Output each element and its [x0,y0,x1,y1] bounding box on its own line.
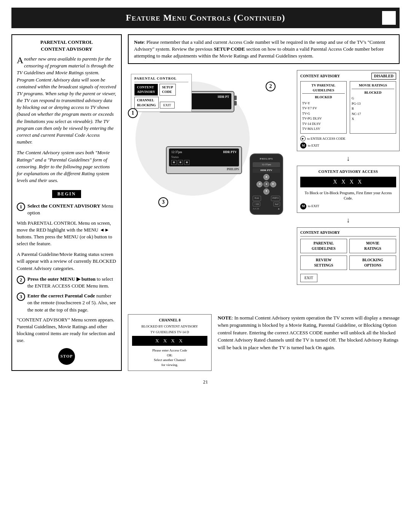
blocked-channel-title: CHANNEL 8 [132,318,207,323]
parental-control-menu: PARENTAL CONTROL CONTENTADVISORY SETUPCO… [131,74,192,112]
italic-paragraph: The Content Advisory system uses both "M… [17,149,116,184]
arrow-down-1: ↓ [297,155,400,162]
ca-access-code: X X X X [300,177,396,187]
pc-menu-title: PARENTAL CONTROL [134,76,188,82]
ca-menu-review-settings[interactable]: REVIEWSETTINGS [300,256,347,270]
begin-wrapper: BEGIN [17,188,116,200]
tv-parental-col: TV PARENTAL GUIDELINES BLOCKED TV-Y TV-Y… [300,81,347,134]
page-number: 21 [11,379,400,385]
blocked-guideline: TV GUIDELINES TV-14 D [132,330,207,335]
arrow-down-2: ↓ [297,217,400,224]
setup-code-ref: SETUP CODE [214,46,245,52]
note-box: Note: Please remember that a valid and c… [128,34,400,64]
section-title: PARENTAL CONTROL CONTENT ADVISORY [17,39,116,53]
header-box [382,11,396,25]
note-bold-start: NOTE [218,315,232,321]
access-exit-note: M to EXIT [300,203,396,209]
ca-two-col: TV PARENTAL GUIDELINES BLOCKED TV-Y TV-Y… [300,81,396,134]
step-2: 2 Press the outer MENU ▶ button to selec… [17,276,116,289]
page: Feature Menu Controls (Continued) PARENT… [0,0,411,532]
ca-menu-parental-guidelines[interactable]: PARENTALGUIDELINES [300,239,347,253]
blocked-note1: Please enter Access Code [132,348,207,353]
pc-setup-code: SETUPCODE [159,84,176,96]
step-2-number: 2 [17,276,25,284]
pc-menu-row1: CONTENTADVISORY SETUPCODE [134,84,188,96]
pc-content-advisory: CONTENTADVISORY [134,84,158,96]
diagram-step-2: 2 [266,81,276,91]
step-1: 1 Select the CONTENT ADVISORY Menu optio… [17,203,116,216]
diagram-center: PARENTAL CONTROL CONTENTADVISORY SETUPCO… [128,70,291,215]
ca-menu-screen: CONTENT ADVISORY PARENTALGUIDELINES MOVI… [297,227,400,285]
tv-hdrptv: 12:37pm HDR PTV Status ◉ ◉ ◉ PHILIPS [166,146,242,174]
step-3: 3 Enter the correct Parental Code number… [17,292,116,313]
step-3-detail: "CONTENT ADVISORY" Menu screen appears. … [17,316,116,344]
ca-menu-blocking-options[interactable]: BLOCKINGOPTIONS [349,256,396,270]
movie-ratings-items: G PG-13 R NC-17 X [352,96,394,122]
page-title: Feature Menu Controls (Continued) [126,11,285,24]
blocked-note4: for viewing. [132,363,207,367]
ca-disabled-badge: DISABLED [371,73,396,80]
tv-hdrptv-screen: 12:37pm HDR PTV Status ◉ ◉ ◉ [169,149,239,166]
page-header: Feature Menu Controls (Continued) [11,8,400,28]
ca-access-note: To Block or Un-Block Programs, First Ent… [300,190,396,201]
remote-display: 12:37pm [253,162,280,168]
step-2-content: Press the outer MENU ▶ button to select … [27,276,116,289]
blocked-note3: Select another Channel [132,358,207,363]
bottom-section: CHANNEL 8 BLOCKED BY CONTENT ADVISORY TV… [128,314,400,371]
diagram-step-3: 3 [158,197,168,207]
blocked-channel-screen: CHANNEL 8 BLOCKED BY CONTENT ADVISORY TV… [128,314,212,371]
pc-channel-blocking: CHANNELBLOCKING [134,97,159,109]
ca-menu-movie-ratings[interactable]: MOVIERATINGS [349,239,396,253]
remote-exit-btn[interactable]: Exit [253,196,261,201]
stop-icon-wrapper: STOP [17,348,116,365]
step-1-number: 1 [17,203,25,211]
blocked-code: X X X X [132,336,207,346]
step-3-content: Enter the correct Parental Code number o… [27,292,116,313]
ca-menu-title: CONTENT ADVISORY [300,230,396,236]
stop-circle: STOP [58,348,75,365]
pc-exit: EXIT [160,102,175,109]
ca-access-screen: CONTENT ADVISORY ACCESS X X X X To Block… [297,166,400,213]
note-label: Note [134,39,144,45]
step-1-detail: With PARENTAL CONTROL Menu on screen, mo… [17,220,116,248]
ca-disabled-screen: CONTENT ADVISORY DISABLED TV PARENTAL GU… [297,70,400,151]
remote-control: PHILIPS 12:37pm HDR PTV ▲ ◄ ● ► ▼ [250,153,283,215]
blocked-by: BLOCKED BY CONTENT ADVISORY [132,324,207,329]
main-layout: PARENTAL CONTROL CONTENT ADVISORY A noth… [11,34,400,371]
intro-paragraph: A nother new area available to parents f… [17,56,116,145]
remote-hdptv-label: HDR PTV [253,168,280,173]
diagram-row: PARENTAL CONTROL CONTENTADVISORY SETUPCO… [128,70,400,307]
begin-label: BEGIN [52,190,81,198]
exit-note: M to EXIT [300,142,396,149]
philips-brand: PHILIPS [169,167,239,171]
diagram-step-1: 1 [128,108,138,118]
step-3-number: 3 [17,292,25,301]
ca-access-title: CONTENT ADVISORY ACCESS [300,169,396,174]
left-column: PARENTAL CONTROL CONTENT ADVISORY A noth… [11,34,122,371]
blocked-note2: OR: [132,353,207,358]
ca-menu-exit[interactable]: EXIT [300,274,317,282]
step-1-detail2: A Parental Guideline/Movie Rating status… [17,251,116,272]
tv-side-buttons [234,96,237,105]
enter-access-note: ► to ENTER ACCESS CODE [300,136,396,141]
step-1-content: Select the CONTENT ADVISORY Menu option [27,203,116,216]
ca-disabled-header: CONTENT ADVISORY DISABLED [300,73,396,80]
bottom-note: NOTE: In normal Content Advisory system … [218,314,400,371]
right-diagrams: CONTENT ADVISORY DISABLED TV PARENTAL GU… [297,70,400,284]
status-text: Status [171,155,237,159]
tv-parental-items: TV-Y TV-Y7 FV TV-G TV-PG DLSV TV-14 DLSV… [302,101,345,132]
right-column: Note: Please remember that a valid and c… [128,34,400,371]
movie-ratings-col: MOVIE RATINGS BLOCKED G PG-13 R NC-17 X [350,81,396,134]
ca-menu-grid: PARENTALGUIDELINES MOVIERATINGS REVIEWSE… [300,239,396,270]
note-main-text: : In normal Content Advisory system oper… [218,315,400,350]
